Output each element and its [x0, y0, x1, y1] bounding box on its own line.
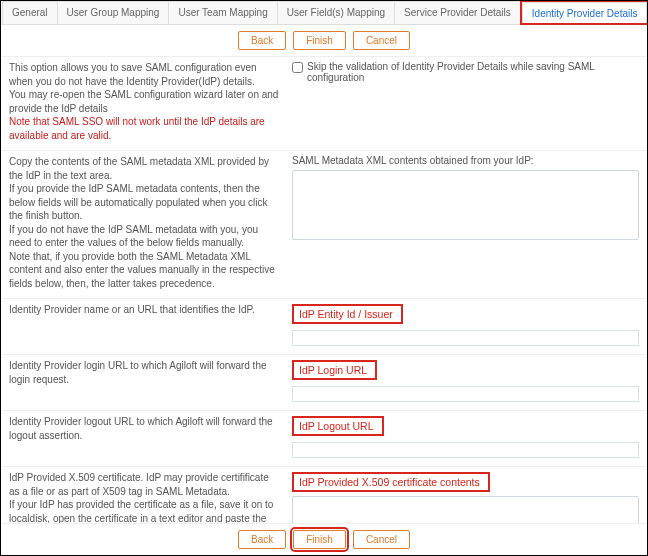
login-url-section: Identity Provider login URL to which Agi… — [1, 355, 647, 411]
meta-line-1: Copy the contents of the SAML metadata X… — [9, 155, 282, 182]
meta-line-2: If you provide the IdP SAML metadata con… — [9, 182, 282, 223]
tab-identity-provider-details[interactable]: Identity Provider Details — [522, 2, 648, 23]
tab-identity-provider-details-highlight: Identity Provider Details — [520, 0, 648, 25]
cert-line-1: IdP Provided X.509 certificate. IdP may … — [9, 471, 282, 498]
bottom-button-row: Back Finish Cancel — [1, 524, 647, 555]
entity-id-input[interactable] — [292, 330, 639, 346]
metadata-section: Copy the contents of the SAML metadata X… — [1, 151, 647, 299]
top-button-row: Back Finish Cancel — [1, 25, 647, 56]
intro-line-1: This option allows you to save SAML conf… — [9, 61, 282, 88]
entity-id-placeholder: IdP Entity Id / Issuer — [292, 304, 403, 324]
back-button-bottom[interactable]: Back — [238, 530, 286, 549]
skip-validation-label: Skip the validation of Identity Provider… — [307, 61, 639, 83]
intro-line-2: You may re-open the SAML configuration w… — [9, 88, 282, 115]
intro-warning: Note that SAML SSO will not work until t… — [9, 115, 282, 142]
logout-url-label: Identity Provider logout URL to which Ag… — [9, 415, 292, 442]
back-button-top[interactable]: Back — [238, 31, 286, 50]
login-url-input[interactable] — [292, 386, 639, 402]
tab-general[interactable]: General — [2, 1, 58, 24]
finish-button-bottom[interactable]: Finish — [293, 530, 346, 549]
saml-config-frame: General User Group Mapping User Team Map… — [0, 0, 648, 556]
entity-id-section: Identity Provider name or an URL that id… — [1, 299, 647, 355]
cancel-button-bottom[interactable]: Cancel — [353, 530, 410, 549]
meta-line-3: If you do not have the IdP SAML metadata… — [9, 223, 282, 250]
meta-line-4: Note that, if you provide both the SAML … — [9, 250, 282, 291]
logout-url-input[interactable] — [292, 442, 639, 458]
tabs-bar: General User Group Mapping User Team Map… — [1, 1, 647, 25]
cert-placeholder: IdP Provided X.509 certificate contents — [292, 472, 490, 492]
cancel-button-top[interactable]: Cancel — [353, 31, 410, 50]
tab-user-team-mapping[interactable]: User Team Mapping — [168, 1, 277, 24]
intro-section: This option allows you to save SAML conf… — [1, 57, 647, 151]
login-url-label: Identity Provider login URL to which Agi… — [9, 359, 292, 386]
logout-url-placeholder: IdP Logout URL — [292, 416, 384, 436]
metadata-xml-textarea[interactable] — [292, 170, 639, 240]
tab-user-fields-mapping[interactable]: User Field(s) Mapping — [277, 1, 395, 24]
metadata-xml-label: SAML Metadata XML contents obtained from… — [292, 155, 639, 166]
entity-id-label: Identity Provider name or an URL that id… — [9, 303, 292, 317]
finish-button-top[interactable]: Finish — [293, 31, 346, 50]
skip-validation-checkbox[interactable] — [292, 62, 303, 73]
logout-url-section: Identity Provider logout URL to which Ag… — [1, 411, 647, 467]
login-url-placeholder: IdP Login URL — [292, 360, 377, 380]
tab-user-group-mapping[interactable]: User Group Mapping — [57, 1, 170, 24]
tab-service-provider-details[interactable]: Service Provider Details — [394, 1, 521, 24]
